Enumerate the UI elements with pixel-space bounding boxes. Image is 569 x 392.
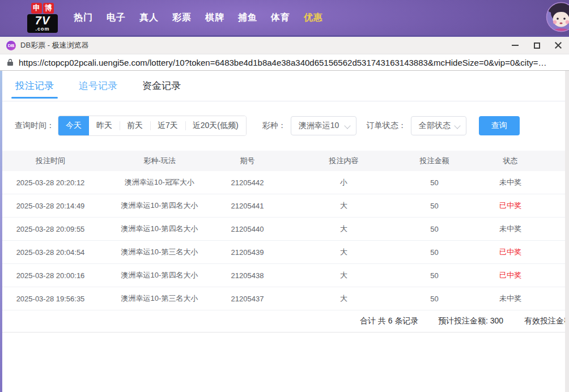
bet-records-table: 投注时间彩种-玩法期号投注内容投注金额状态 2025-03-28 20:20:1… bbox=[2, 151, 565, 333]
table-cell: 2025-03-28 20:14:49 bbox=[2, 202, 99, 210]
table-cell: 未中奖 bbox=[456, 293, 565, 304]
table-cell: 小 bbox=[274, 177, 413, 188]
minimize-button[interactable] bbox=[504, 37, 526, 54]
status-select[interactable]: 全部状态 bbox=[411, 116, 466, 135]
records-panel: 投注记录追号记录资金记录 查询时间： 今天昨天前天近7天近20天(低频) 彩种：… bbox=[2, 71, 565, 392]
table-cell: 2025-03-28 20:00:16 bbox=[2, 271, 99, 280]
table-cell: 2025-03-28 19:56:35 bbox=[2, 295, 99, 303]
time-option[interactable]: 昨天 bbox=[89, 116, 120, 135]
table-cell: 21205442 bbox=[220, 178, 274, 187]
lottery-select-value: 澳洲幸运10 bbox=[299, 121, 339, 131]
column-header: 投注金额 bbox=[413, 156, 456, 166]
window-title: DB彩票 - 极速浏览器 bbox=[20, 40, 89, 50]
logo-square-1: 申 bbox=[31, 3, 42, 14]
table-cell: 澳洲幸运10-第四名大小 bbox=[99, 224, 220, 234]
table-cell: 21205437 bbox=[220, 295, 274, 303]
logo-wordmark: 7V .com bbox=[27, 14, 58, 33]
table-cell: 澳洲幸运10-第四名大小 bbox=[99, 270, 220, 280]
table-row: 2025-03-28 20:14:49澳洲幸运10-第四名大小21205441大… bbox=[2, 194, 565, 218]
table-cell: 2025-03-28 20:04:54 bbox=[2, 248, 99, 257]
nav-item[interactable]: 真人 bbox=[139, 12, 159, 24]
search-button[interactable]: 查询 bbox=[479, 116, 520, 135]
column-header: 彩种-玩法 bbox=[99, 156, 220, 166]
table-cell: 21205438 bbox=[220, 271, 274, 280]
table-row: 2025-03-28 20:04:54澳洲幸运10-第三名大小21205439大… bbox=[2, 241, 565, 264]
table-cell: 大 bbox=[274, 224, 413, 234]
tab[interactable]: 投注记录 bbox=[15, 71, 54, 101]
table-cell: 21205439 bbox=[220, 248, 274, 257]
browser-titlebar[interactable]: DB DB彩票 - 极速浏览器 bbox=[0, 37, 569, 54]
column-header: 状态 bbox=[456, 156, 565, 166]
page-content: 投注记录追号记录资金记录 查询时间： 今天昨天前天近7天近20天(低频) 彩种：… bbox=[0, 71, 569, 392]
logo-icon: 申 博 bbox=[31, 3, 54, 14]
maximize-button[interactable] bbox=[526, 37, 547, 54]
site-header: 申 博 7V .com 热门电子真人彩票棋牌捕鱼体育优惠 bbox=[0, 0, 569, 35]
nav-item[interactable]: 优惠 bbox=[304, 12, 323, 24]
lock-icon bbox=[7, 58, 14, 66]
time-filter-label: 查询时间： bbox=[15, 121, 54, 131]
nav-item[interactable]: 彩票 bbox=[172, 12, 192, 24]
column-header: 期号 bbox=[220, 156, 274, 166]
table-cell: 澳洲幸运10-第三名大小 bbox=[99, 247, 220, 257]
status-select-value: 全部状态 bbox=[419, 121, 451, 131]
table-body: 2025-03-28 20:20:12澳洲幸运10-冠军大小21205442小5… bbox=[2, 171, 565, 310]
table-cell: 大 bbox=[274, 270, 413, 280]
nav-item[interactable]: 电子 bbox=[107, 12, 126, 24]
lottery-filter-label: 彩种： bbox=[262, 121, 286, 131]
summary-valid-amount: 有效投注金额 bbox=[524, 316, 565, 326]
chevron-down-icon bbox=[344, 122, 350, 129]
logo-square-2: 博 bbox=[43, 3, 54, 14]
table-cell: 澳洲幸运10-第四名大小 bbox=[99, 201, 220, 211]
table-cell: 50 bbox=[413, 225, 456, 233]
avatar-image bbox=[546, 2, 569, 32]
summary-total-records: 合计 共 6 条记录 bbox=[360, 316, 418, 326]
time-option[interactable]: 近7天 bbox=[150, 116, 185, 135]
screen: 申 博 7V .com 热门电子真人彩票棋牌捕鱼体育优惠 bbox=[0, 0, 569, 392]
nav-item[interactable]: 热门 bbox=[74, 12, 93, 24]
table-cell: 澳洲幸运10-第三名大小 bbox=[99, 293, 220, 304]
table-summary: 合计 共 6 条记录 预计投注金额: 300 有效投注金额 bbox=[2, 310, 565, 333]
table-cell: 未中奖 bbox=[456, 177, 565, 188]
user-avatar[interactable] bbox=[546, 2, 569, 32]
time-option[interactable]: 近20天(低频) bbox=[185, 116, 246, 135]
table-cell: 未中奖 bbox=[456, 224, 565, 234]
table-cell: 21205441 bbox=[220, 202, 274, 210]
nav-item[interactable]: 棋牌 bbox=[205, 12, 224, 24]
site-logo[interactable]: 申 博 7V .com bbox=[26, 3, 59, 33]
table-cell: 50 bbox=[413, 295, 456, 303]
time-option[interactable]: 今天 bbox=[58, 116, 89, 135]
browser-favicon: DB bbox=[6, 41, 16, 50]
main-nav: 热门电子真人彩票棋牌捕鱼体育优惠 bbox=[74, 12, 323, 24]
table-cell: 已中奖 bbox=[456, 201, 565, 211]
table-cell: 50 bbox=[413, 202, 456, 210]
nav-item[interactable]: 体育 bbox=[271, 12, 290, 24]
table-cell: 已中奖 bbox=[456, 270, 565, 280]
table-cell: 50 bbox=[413, 178, 456, 187]
tab[interactable]: 资金记录 bbox=[142, 71, 181, 101]
nav-item[interactable]: 捕鱼 bbox=[238, 12, 257, 24]
table-cell: 大 bbox=[274, 201, 413, 211]
table-row: 2025-03-28 19:56:35澳洲幸运10-第三名大小21205437大… bbox=[2, 287, 565, 310]
logo-com-text: .com bbox=[27, 27, 58, 32]
time-option[interactable]: 前天 bbox=[120, 116, 150, 135]
status-filter-label: 订单状态： bbox=[367, 121, 406, 131]
lottery-select[interactable]: 澳洲幸运10 bbox=[291, 116, 356, 135]
table-row: 2025-03-28 20:00:16澳洲幸运10-第四名大小21205438大… bbox=[2, 264, 565, 287]
table-cell: 已中奖 bbox=[456, 247, 565, 257]
table-header: 投注时间彩种-玩法期号投注内容投注金额状态 bbox=[2, 151, 565, 171]
address-bar[interactable]: https://ctopcp02pcali.uengi5e.com/lotter… bbox=[0, 54, 569, 71]
maximize-icon bbox=[534, 42, 540, 49]
table-cell: 21205440 bbox=[220, 225, 274, 233]
vertical-scrollbar[interactable] bbox=[564, 71, 569, 392]
tab[interactable]: 追号记录 bbox=[79, 71, 117, 101]
record-tabs: 投注记录追号记录资金记录 bbox=[2, 71, 565, 101]
time-range-group: 今天昨天前天近7天近20天(低频) bbox=[58, 116, 247, 136]
table-row: 2025-03-28 20:20:12澳洲幸运10-冠军大小21205442小5… bbox=[2, 171, 565, 194]
url-text[interactable]: https://ctopcp02pcali.uengi5e.com/lotter… bbox=[19, 58, 562, 67]
close-button[interactable] bbox=[547, 37, 569, 54]
logo-7v-text: 7V bbox=[27, 15, 58, 26]
chevron-down-icon bbox=[454, 122, 460, 129]
table-cell: 大 bbox=[274, 293, 413, 304]
summary-expected-amount: 预计投注金额: 300 bbox=[438, 316, 503, 326]
table-cell: 大 bbox=[274, 247, 413, 257]
